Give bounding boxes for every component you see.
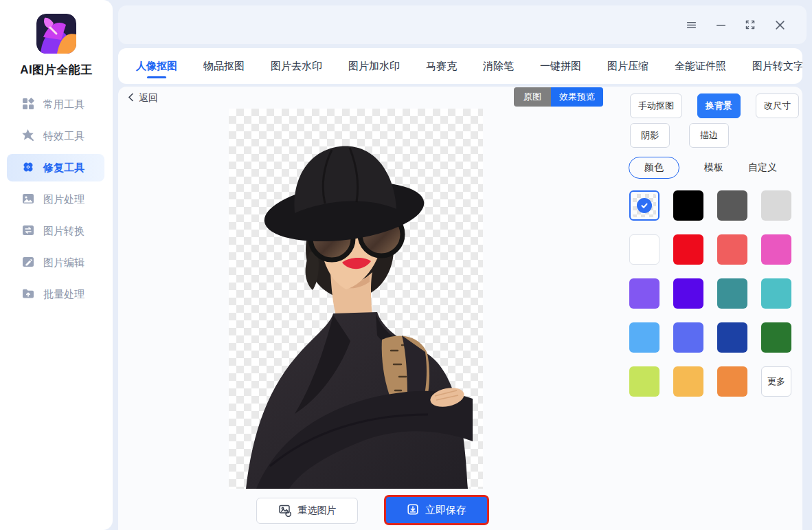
swatch-navy[interactable] [717, 322, 747, 353]
background-tools-panel: 手动抠图 换背景 改尺寸 阴影 描边 颜色 模板 自定义 [622, 87, 801, 530]
sidebar-item-label: 常用工具 [43, 98, 84, 111]
swatch-amber[interactable] [673, 366, 703, 397]
convert-icon [21, 223, 35, 239]
close-icon[interactable] [774, 19, 786, 31]
download-icon [407, 503, 419, 518]
reselect-image-button[interactable]: 重选图片 [256, 498, 358, 524]
tab-remove-watermark[interactable]: 图片去水印 [271, 49, 322, 83]
save-now-button[interactable]: 立即保存 [384, 495, 489, 525]
chevron-left-icon [128, 93, 134, 104]
tab-collage[interactable]: 一键拼图 [540, 49, 581, 83]
edit-icon [21, 255, 35, 271]
bg-tab-color[interactable]: 颜色 [629, 157, 679, 179]
stroke-button[interactable]: 描边 [689, 123, 729, 148]
sidebar-item-image-processing[interactable]: 图片处理 [7, 186, 104, 213]
toggle-effect-button[interactable]: 效果预览 [551, 87, 603, 107]
sidebar-item-label: 批量处理 [43, 288, 84, 301]
back-button[interactable]: 返回 [128, 92, 158, 104]
check-icon [637, 198, 652, 213]
tab-eraser-pen[interactable]: 消除笔 [483, 49, 514, 83]
sidebar-item-label: 图片编辑 [43, 256, 84, 269]
swatch-coral[interactable] [717, 234, 747, 265]
feature-tabbar: 人像抠图 物品抠图 图片去水印 图片加水印 马赛克 消除笔 一键拼图 图片压缩 … [118, 48, 802, 84]
sidebar-item-repair-tools[interactable]: 修复工具 [7, 154, 104, 181]
image-preview-stage [229, 109, 483, 489]
swatch-sky-blue[interactable] [629, 322, 659, 353]
minimize-icon[interactable] [714, 19, 727, 31]
magic-star-icon [21, 129, 35, 144]
reselect-image-icon [278, 503, 292, 519]
batch-upload-icon [21, 287, 35, 302]
swatch-green[interactable] [761, 322, 791, 353]
toggle-original-button[interactable]: 原图 [514, 87, 551, 107]
sidebar-item-common-tools[interactable]: 常用工具 [7, 91, 104, 118]
app-logo [36, 14, 76, 54]
app-title: AI图片全能王 [0, 62, 113, 78]
sidebar-item-image-edit[interactable]: 图片编辑 [7, 249, 104, 276]
portrait-image [229, 109, 483, 489]
sidebar-item-image-convert[interactable]: 图片转换 [7, 217, 104, 245]
background-type-tabs: 颜色 模板 自定义 [629, 157, 777, 179]
swatch-turquoise[interactable] [761, 278, 791, 309]
main-content: 返回 原图 效果预览 [118, 87, 802, 530]
back-label: 返回 [139, 92, 158, 104]
swatch-black[interactable] [673, 190, 703, 221]
swatch-light-gray[interactable] [761, 190, 791, 221]
menu-icon[interactable] [685, 19, 697, 31]
tab-id-photo[interactable]: 全能证件照 [675, 49, 726, 83]
bg-tab-template[interactable]: 模板 [704, 162, 723, 174]
resize-button[interactable]: 改尺寸 [756, 93, 799, 118]
more-colors-button[interactable]: 更多 [761, 366, 791, 397]
swatch-red[interactable] [673, 234, 703, 265]
reselect-image-label: 重选图片 [298, 505, 337, 517]
maximize-icon[interactable] [744, 19, 756, 31]
swatch-orange[interactable] [717, 366, 747, 397]
shadow-button[interactable]: 阴影 [630, 123, 670, 148]
tab-portrait-cutout[interactable]: 人像抠图 [136, 49, 177, 83]
sidebar-item-batch-processing[interactable]: 批量处理 [7, 280, 104, 308]
image-icon [21, 192, 35, 208]
sidebar: AI图片全能王 常用工具 特效工具 [0, 0, 113, 530]
sidebar-item-effects-tools[interactable]: 特效工具 [7, 122, 104, 150]
window-titlebar [118, 5, 807, 44]
bandaid-icon [21, 160, 35, 176]
grid-icon [21, 97, 35, 113]
save-now-label: 立即保存 [425, 504, 466, 517]
swatch-blue[interactable] [673, 322, 703, 353]
sidebar-item-label: 特效工具 [43, 130, 84, 143]
tab-mosaic[interactable]: 马赛克 [426, 49, 457, 83]
preview-toggle: 原图 效果预览 [514, 87, 603, 107]
tab-image-compress[interactable]: 图片压缩 [607, 49, 649, 83]
swatch-transparent[interactable] [629, 190, 659, 221]
sidebar-item-label: 图片处理 [43, 193, 84, 206]
swatch-purple[interactable] [629, 278, 659, 309]
bg-tab-custom[interactable]: 自定义 [748, 162, 777, 174]
swatch-pink[interactable] [761, 234, 791, 265]
swatch-dark-gray[interactable] [717, 190, 747, 221]
manual-cutout-button[interactable]: 手动抠图 [630, 93, 682, 118]
sidebar-item-label: 图片转换 [43, 225, 84, 238]
change-background-button[interactable]: 换背景 [697, 93, 741, 118]
sidebar-nav: 常用工具 特效工具 [7, 91, 104, 312]
swatch-violet[interactable] [673, 278, 703, 309]
swatch-teal[interactable] [717, 278, 747, 309]
tab-object-cutout[interactable]: 物品抠图 [203, 49, 245, 83]
tab-image-to-text[interactable]: 图片转文字 [752, 49, 802, 83]
swatch-lime[interactable] [629, 366, 659, 397]
swatch-white[interactable] [629, 234, 659, 265]
color-swatch-grid: 更多 [629, 190, 791, 397]
tab-add-watermark[interactable]: 图片加水印 [348, 49, 400, 83]
sidebar-item-label: 修复工具 [43, 162, 84, 175]
